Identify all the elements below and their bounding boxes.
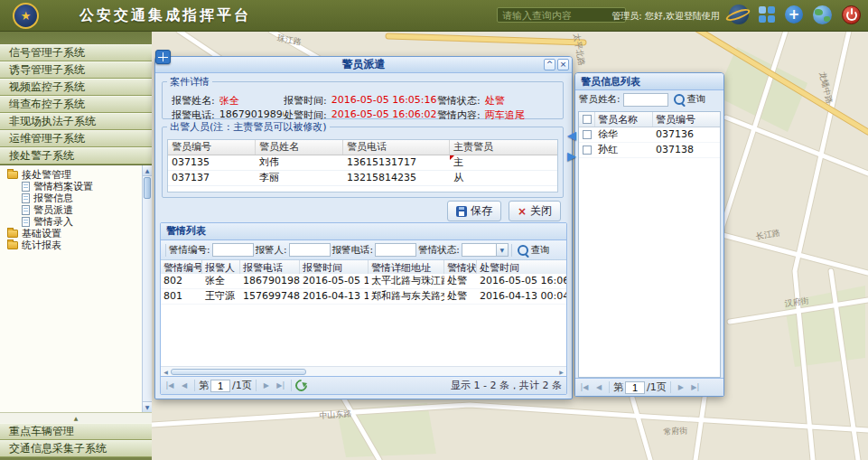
page-input[interactable] bbox=[625, 381, 645, 394]
horizontal-scrollbar[interactable]: ◀ ▶ bbox=[161, 366, 566, 376]
earth-icon[interactable] bbox=[813, 5, 832, 24]
field-report-time: 报警时间: 2016-05-05 16:05:16 bbox=[284, 94, 437, 108]
last-page-button[interactable]: ▶| bbox=[275, 380, 287, 392]
select-all-checkbox[interactable] bbox=[583, 115, 592, 124]
map-layers-icon[interactable] bbox=[155, 50, 171, 64]
globe-ring-icon[interactable] bbox=[729, 5, 749, 24]
tree-item-alert-entry[interactable]: 警情录入 bbox=[0, 216, 152, 228]
alert-row[interactable]: 801 王守源 15769974813 2016-04-13 12:... 郑和… bbox=[161, 289, 566, 305]
officer-row[interactable]: 037137 李丽 13215814235 从 bbox=[168, 171, 557, 186]
first-page-button[interactable]: |◀ bbox=[163, 380, 176, 392]
sidebar-item-interception-control[interactable]: 缉查布控子系统 bbox=[0, 96, 152, 113]
sidebar-overflow-indicator[interactable]: ▲ bbox=[0, 412, 152, 423]
column-header[interactable]: 警员电话 bbox=[343, 140, 450, 155]
scroll-thumb[interactable] bbox=[144, 177, 151, 199]
row-checkbox[interactable] bbox=[583, 146, 592, 155]
column-header-officer-name[interactable]: 警员名称 bbox=[595, 112, 653, 127]
cell-officer-phone: 13215814235 bbox=[343, 171, 450, 185]
scroll-thumb[interactable] bbox=[171, 369, 306, 375]
dialog-titlebar[interactable]: 警员派遣 ^ × bbox=[155, 57, 572, 73]
filter-label-alert-id: 警情编号: bbox=[169, 244, 210, 257]
tree-item-officer-dispatch[interactable]: 警员派遣 bbox=[0, 204, 152, 216]
phone-input[interactable] bbox=[375, 243, 416, 257]
cell: 18679019890 bbox=[240, 274, 300, 288]
field-label: 报警时间: bbox=[284, 94, 327, 108]
scroll-right-icon[interactable]: ▶ bbox=[556, 367, 566, 376]
tree-item-alert-archive[interactable]: 警情档案设置 bbox=[0, 181, 152, 192]
field-reporter-name: 报警姓名: 张全 bbox=[172, 94, 284, 108]
officer-panel-titlebar[interactable]: 警员信息列表 bbox=[575, 73, 723, 90]
scroll-up-icon[interactable]: ▲ bbox=[143, 165, 152, 176]
column-header[interactable]: 主责警员 bbox=[450, 140, 557, 155]
sidebar-item-guidance-system[interactable]: 诱导管理子系统 bbox=[0, 61, 152, 79]
header-search-input[interactable] bbox=[497, 7, 626, 23]
alert-id-input[interactable] bbox=[212, 243, 254, 257]
sidebar-item-signal-system[interactable]: 信号管理子系统 bbox=[0, 44, 152, 61]
column-header-report-time[interactable]: 报警时间 bbox=[300, 260, 369, 275]
last-page-button[interactable]: ▶| bbox=[689, 381, 702, 394]
scroll-left-icon[interactable]: ◀ bbox=[161, 367, 171, 376]
officer-row[interactable]: 037135 刘伟 13615131717 主 bbox=[168, 155, 557, 171]
refresh-icon[interactable] bbox=[293, 377, 309, 393]
power-icon[interactable] bbox=[842, 5, 861, 24]
alert-list-title: 警情列表 bbox=[161, 223, 566, 240]
row-checkbox[interactable] bbox=[583, 130, 592, 139]
remove-officer-button[interactable]: ▶ bbox=[564, 147, 580, 164]
officer-search-button[interactable]: 查询 bbox=[671, 92, 709, 107]
tree-scrollbar[interactable]: ▲ ▼ bbox=[142, 165, 152, 412]
column-header[interactable]: 警员姓名 bbox=[256, 140, 343, 155]
column-header-dispatch-time[interactable]: 处警时间 bbox=[477, 260, 566, 275]
cell-officer-role[interactable]: 从 bbox=[450, 171, 557, 185]
reporter-input[interactable] bbox=[289, 243, 331, 257]
filter-label-reporter: 报警人: bbox=[256, 244, 287, 257]
tree-item-stats-report[interactable]: 统计报表 bbox=[0, 239, 152, 251]
officer-grid: 警员名称 警员编号 徐华 037136 孙红 037138 bbox=[578, 111, 721, 378]
sidebar-item-traffic-info-collection[interactable]: 交通信息采集子系统 bbox=[0, 440, 152, 457]
column-header-alert-id[interactable]: 警情编号▼ bbox=[161, 260, 202, 275]
alert-search-button[interactable]: 查询 bbox=[515, 243, 553, 258]
prev-page-button[interactable]: ◀ bbox=[178, 380, 191, 392]
officers-table: 警员编号 警员姓名 警员电话 主责警员 037135 刘伟 1361513171… bbox=[167, 139, 558, 192]
first-page-button[interactable]: |◀ bbox=[578, 381, 591, 394]
column-header-officer-id[interactable]: 警员编号 bbox=[653, 112, 720, 127]
column-header-address[interactable]: 警情详细地址 bbox=[369, 260, 444, 275]
status-combo[interactable]: ▼ bbox=[462, 243, 509, 257]
scroll-down-icon[interactable]: ▼ bbox=[143, 401, 152, 412]
next-page-button[interactable]: ▶ bbox=[675, 381, 687, 394]
column-header-reporter[interactable]: 报警人 bbox=[202, 260, 240, 275]
cell: 801 bbox=[161, 289, 202, 304]
prev-page-button[interactable]: ◀ bbox=[593, 381, 605, 394]
sidebar-item-dispatch-system[interactable]: 接处警子系统 bbox=[0, 147, 152, 164]
chevron-down-icon[interactable]: ▼ bbox=[496, 243, 509, 257]
collapse-button[interactable]: ^ bbox=[544, 59, 555, 70]
assign-officer-button[interactable]: ◀ bbox=[564, 127, 580, 143]
cell-officer-role[interactable]: 主 bbox=[450, 155, 557, 170]
pager-label: 第 bbox=[613, 380, 623, 394]
column-header[interactable]: 警员编号 bbox=[168, 140, 256, 155]
officer-name-input[interactable] bbox=[623, 93, 668, 107]
dispatch-dialog: 警员派遣 ^ × 案件详情 报警姓名: 张全 报警时间: 2016-05-05 … bbox=[154, 56, 573, 399]
alert-row[interactable]: 802 张全 18679019890 2016-05-05 16:... 太平北… bbox=[161, 274, 566, 289]
status-combo-input[interactable] bbox=[462, 243, 496, 257]
page-icon bbox=[22, 217, 30, 227]
sidebar-item-key-vehicles[interactable]: 重点车辆管理 bbox=[0, 423, 152, 440]
cell-officer-id: 037138 bbox=[653, 143, 720, 157]
save-button[interactable]: 保存 bbox=[447, 201, 501, 221]
sidebar-item-offsite-enforcement[interactable]: 非现场执法子系统 bbox=[0, 113, 152, 130]
close-x-icon: × bbox=[518, 206, 527, 217]
officer-list-row[interactable]: 孙红 037138 bbox=[579, 143, 720, 158]
officer-list-row[interactable]: 徐华 037136 bbox=[579, 127, 720, 143]
apps-grid-icon[interactable] bbox=[759, 6, 775, 23]
sidebar-item-operations[interactable]: 运维管理子系统 bbox=[0, 130, 152, 147]
sidebar-item-video-surveillance[interactable]: 视频监控子系统 bbox=[0, 79, 152, 96]
column-header-phone[interactable]: 报警电话 bbox=[240, 260, 300, 275]
add-icon[interactable]: + bbox=[785, 5, 803, 23]
tree-item-alarm-info[interactable]: 报警信息 bbox=[0, 192, 152, 204]
column-header-status[interactable]: 警情状态 bbox=[444, 260, 477, 275]
cell-officer-id: 037136 bbox=[653, 127, 720, 142]
next-page-button[interactable]: ▶ bbox=[260, 380, 273, 392]
cell-officer-phone: 13615131717 bbox=[343, 155, 450, 170]
close-dialog-button[interactable]: × 关闭 bbox=[509, 201, 561, 221]
page-input[interactable] bbox=[210, 380, 230, 392]
close-button[interactable]: × bbox=[557, 59, 569, 70]
